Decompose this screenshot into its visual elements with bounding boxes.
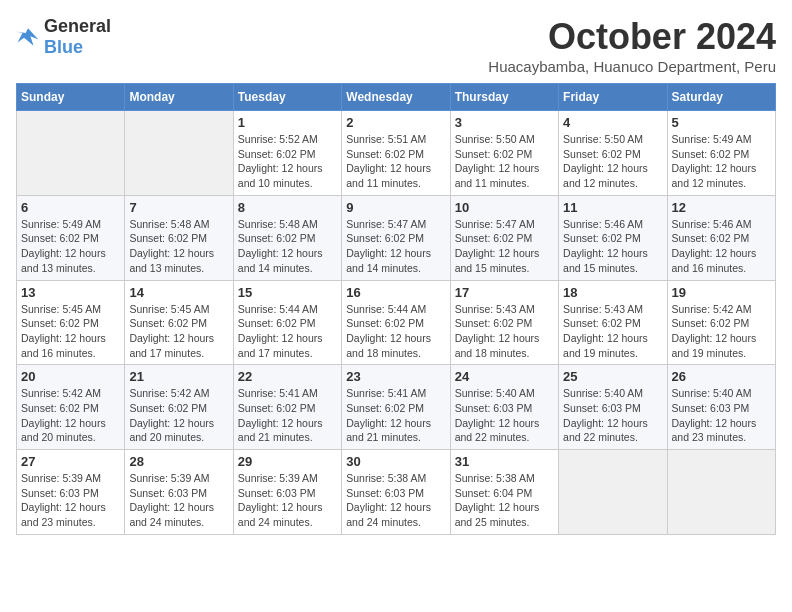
day-number: 24 [455,369,554,384]
day-info: Sunrise: 5:50 AM Sunset: 6:02 PM Dayligh… [455,132,554,191]
day-number: 1 [238,115,337,130]
calendar-cell: 14Sunrise: 5:45 AM Sunset: 6:02 PM Dayli… [125,280,233,365]
calendar-cell: 15Sunrise: 5:44 AM Sunset: 6:02 PM Dayli… [233,280,341,365]
day-number: 27 [21,454,120,469]
day-number: 19 [672,285,771,300]
day-number: 14 [129,285,228,300]
calendar-cell: 25Sunrise: 5:40 AM Sunset: 6:03 PM Dayli… [559,365,667,450]
calendar-cell: 9Sunrise: 5:47 AM Sunset: 6:02 PM Daylig… [342,195,450,280]
day-number: 9 [346,200,445,215]
calendar-cell: 28Sunrise: 5:39 AM Sunset: 6:03 PM Dayli… [125,450,233,535]
calendar-week-row: 1Sunrise: 5:52 AM Sunset: 6:02 PM Daylig… [17,111,776,196]
calendar-cell: 20Sunrise: 5:42 AM Sunset: 6:02 PM Dayli… [17,365,125,450]
day-number: 11 [563,200,662,215]
calendar-cell: 31Sunrise: 5:38 AM Sunset: 6:04 PM Dayli… [450,450,558,535]
day-info: Sunrise: 5:43 AM Sunset: 6:02 PM Dayligh… [563,302,662,361]
calendar-cell: 8Sunrise: 5:48 AM Sunset: 6:02 PM Daylig… [233,195,341,280]
logo-general: General [44,16,111,36]
day-info: Sunrise: 5:40 AM Sunset: 6:03 PM Dayligh… [672,386,771,445]
calendar-week-row: 13Sunrise: 5:45 AM Sunset: 6:02 PM Dayli… [17,280,776,365]
calendar-cell: 24Sunrise: 5:40 AM Sunset: 6:03 PM Dayli… [450,365,558,450]
day-info: Sunrise: 5:50 AM Sunset: 6:02 PM Dayligh… [563,132,662,191]
day-number: 26 [672,369,771,384]
calendar-cell: 13Sunrise: 5:45 AM Sunset: 6:02 PM Dayli… [17,280,125,365]
calendar-cell [125,111,233,196]
logo-blue: Blue [44,37,83,57]
location-title: Huacaybamba, Huanuco Department, Peru [488,58,776,75]
logo: General Blue [16,16,111,58]
day-number: 31 [455,454,554,469]
day-info: Sunrise: 5:49 AM Sunset: 6:02 PM Dayligh… [21,217,120,276]
day-info: Sunrise: 5:44 AM Sunset: 6:02 PM Dayligh… [238,302,337,361]
calendar-cell: 22Sunrise: 5:41 AM Sunset: 6:02 PM Dayli… [233,365,341,450]
day-number: 2 [346,115,445,130]
day-number: 15 [238,285,337,300]
calendar-cell: 21Sunrise: 5:42 AM Sunset: 6:02 PM Dayli… [125,365,233,450]
day-number: 5 [672,115,771,130]
day-info: Sunrise: 5:47 AM Sunset: 6:02 PM Dayligh… [346,217,445,276]
day-number: 4 [563,115,662,130]
day-info: Sunrise: 5:39 AM Sunset: 6:03 PM Dayligh… [21,471,120,530]
calendar-week-row: 6Sunrise: 5:49 AM Sunset: 6:02 PM Daylig… [17,195,776,280]
calendar-cell: 11Sunrise: 5:46 AM Sunset: 6:02 PM Dayli… [559,195,667,280]
day-info: Sunrise: 5:49 AM Sunset: 6:02 PM Dayligh… [672,132,771,191]
calendar-cell: 17Sunrise: 5:43 AM Sunset: 6:02 PM Dayli… [450,280,558,365]
day-number: 23 [346,369,445,384]
weekday-header: Saturday [667,84,775,111]
day-number: 6 [21,200,120,215]
day-info: Sunrise: 5:41 AM Sunset: 6:02 PM Dayligh… [238,386,337,445]
day-info: Sunrise: 5:48 AM Sunset: 6:02 PM Dayligh… [238,217,337,276]
day-number: 8 [238,200,337,215]
month-title: October 2024 [488,16,776,58]
day-info: Sunrise: 5:46 AM Sunset: 6:02 PM Dayligh… [672,217,771,276]
calendar-cell: 3Sunrise: 5:50 AM Sunset: 6:02 PM Daylig… [450,111,558,196]
weekday-header: Tuesday [233,84,341,111]
day-info: Sunrise: 5:39 AM Sunset: 6:03 PM Dayligh… [129,471,228,530]
day-number: 16 [346,285,445,300]
title-block: October 2024 Huacaybamba, Huanuco Depart… [488,16,776,75]
calendar-cell: 27Sunrise: 5:39 AM Sunset: 6:03 PM Dayli… [17,450,125,535]
day-number: 25 [563,369,662,384]
weekday-header: Wednesday [342,84,450,111]
day-number: 20 [21,369,120,384]
calendar-cell: 16Sunrise: 5:44 AM Sunset: 6:02 PM Dayli… [342,280,450,365]
calendar-cell [17,111,125,196]
page-header: General Blue October 2024 Huacaybamba, H… [16,16,776,75]
calendar-cell: 23Sunrise: 5:41 AM Sunset: 6:02 PM Dayli… [342,365,450,450]
day-info: Sunrise: 5:52 AM Sunset: 6:02 PM Dayligh… [238,132,337,191]
day-info: Sunrise: 5:41 AM Sunset: 6:02 PM Dayligh… [346,386,445,445]
logo-icon [16,25,40,49]
day-number: 18 [563,285,662,300]
day-info: Sunrise: 5:42 AM Sunset: 6:02 PM Dayligh… [129,386,228,445]
day-info: Sunrise: 5:42 AM Sunset: 6:02 PM Dayligh… [21,386,120,445]
calendar-cell [667,450,775,535]
calendar-cell [559,450,667,535]
calendar-cell: 5Sunrise: 5:49 AM Sunset: 6:02 PM Daylig… [667,111,775,196]
day-number: 30 [346,454,445,469]
calendar-week-row: 20Sunrise: 5:42 AM Sunset: 6:02 PM Dayli… [17,365,776,450]
day-number: 29 [238,454,337,469]
day-info: Sunrise: 5:51 AM Sunset: 6:02 PM Dayligh… [346,132,445,191]
day-info: Sunrise: 5:38 AM Sunset: 6:04 PM Dayligh… [455,471,554,530]
calendar-cell: 4Sunrise: 5:50 AM Sunset: 6:02 PM Daylig… [559,111,667,196]
day-number: 28 [129,454,228,469]
svg-marker-0 [16,28,38,46]
day-number: 10 [455,200,554,215]
day-info: Sunrise: 5:39 AM Sunset: 6:03 PM Dayligh… [238,471,337,530]
calendar-cell: 19Sunrise: 5:42 AM Sunset: 6:02 PM Dayli… [667,280,775,365]
calendar-cell: 29Sunrise: 5:39 AM Sunset: 6:03 PM Dayli… [233,450,341,535]
calendar-cell: 1Sunrise: 5:52 AM Sunset: 6:02 PM Daylig… [233,111,341,196]
weekday-header: Thursday [450,84,558,111]
day-number: 13 [21,285,120,300]
calendar-cell: 12Sunrise: 5:46 AM Sunset: 6:02 PM Dayli… [667,195,775,280]
calendar-cell: 26Sunrise: 5:40 AM Sunset: 6:03 PM Dayli… [667,365,775,450]
calendar-week-row: 27Sunrise: 5:39 AM Sunset: 6:03 PM Dayli… [17,450,776,535]
calendar-cell: 30Sunrise: 5:38 AM Sunset: 6:03 PM Dayli… [342,450,450,535]
calendar-cell: 7Sunrise: 5:48 AM Sunset: 6:02 PM Daylig… [125,195,233,280]
day-info: Sunrise: 5:46 AM Sunset: 6:02 PM Dayligh… [563,217,662,276]
day-info: Sunrise: 5:38 AM Sunset: 6:03 PM Dayligh… [346,471,445,530]
day-number: 7 [129,200,228,215]
day-info: Sunrise: 5:47 AM Sunset: 6:02 PM Dayligh… [455,217,554,276]
day-info: Sunrise: 5:45 AM Sunset: 6:02 PM Dayligh… [21,302,120,361]
weekday-header: Sunday [17,84,125,111]
